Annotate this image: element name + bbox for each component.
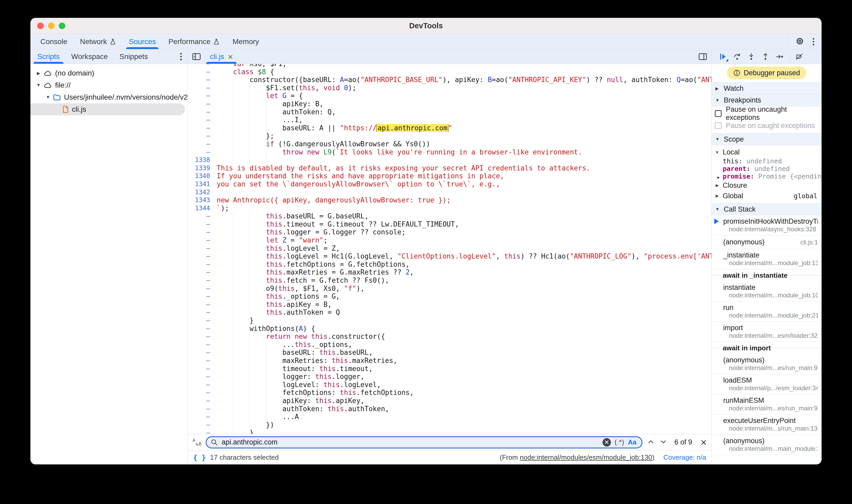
line-number[interactable]: – bbox=[188, 429, 214, 434]
navigator-tab-scripts[interactable]: Scripts bbox=[32, 49, 66, 64]
toggle-debugger-sidebar-icon[interactable] bbox=[698, 53, 707, 60]
step-into-icon[interactable] bbox=[744, 49, 758, 64]
code-line[interactable]: –baseURL: A || "https://api.anthropic.co… bbox=[188, 124, 711, 132]
code-line[interactable]: –return new this.constructor({ bbox=[188, 332, 711, 341]
line-number[interactable]: – bbox=[188, 124, 214, 132]
search-previous-icon[interactable] bbox=[646, 438, 655, 447]
code-line[interactable]: –authToken: Q, bbox=[188, 108, 711, 116]
code-line[interactable]: 1339This is disabled by default, as it r… bbox=[188, 164, 711, 172]
code-line[interactable]: –let Z = "warn"; bbox=[188, 236, 711, 245]
code-line[interactable]: 1342 bbox=[188, 188, 711, 196]
code-line[interactable]: –constructor({baseURL: A=ao("ANTHROPIC_B… bbox=[188, 76, 711, 84]
callstack-frame[interactable]: instantiatenode:internal/m...module_job:… bbox=[712, 281, 821, 302]
line-number[interactable]: – bbox=[188, 301, 214, 309]
code-line[interactable]: –fetchOptions: this.fetchOptions, bbox=[188, 389, 711, 397]
line-number[interactable]: – bbox=[188, 317, 214, 325]
code-line[interactable]: 1343new Anthropic({ apiKey, dangerouslyA… bbox=[188, 196, 711, 204]
code-line[interactable]: –if (!G.dangerouslyAllowBrowser && Ys0()… bbox=[188, 140, 711, 148]
chevron-right-icon[interactable]: ▶ bbox=[35, 71, 42, 76]
scope-local[interactable]: ▼Local bbox=[712, 147, 821, 157]
tab-sources[interactable]: Sources bbox=[123, 34, 162, 49]
close-tab-icon[interactable]: × bbox=[228, 52, 233, 61]
line-number[interactable]: – bbox=[188, 260, 214, 269]
line-number[interactable]: 1339 bbox=[188, 164, 214, 172]
navigator-tab-workspace[interactable]: Workspace bbox=[66, 49, 114, 64]
line-number[interactable]: – bbox=[188, 100, 214, 108]
search-query[interactable]: api.anthropic.com bbox=[221, 438, 599, 446]
close-search-icon[interactable]: × bbox=[700, 437, 707, 448]
callstack-frame[interactable]: (anonymous)node:internal/m...main_module… bbox=[712, 435, 821, 455]
code-line[interactable]: –logger: this.logger, bbox=[188, 373, 711, 381]
line-number[interactable]: – bbox=[188, 132, 214, 140]
code-line[interactable]: –maxRetries: this.maxRetries, bbox=[188, 357, 711, 365]
code-line[interactable]: –this.timeout = G.timeout ?? Lw.DEFAULT_… bbox=[188, 220, 711, 229]
code-line[interactable]: –...this._options, bbox=[188, 341, 711, 349]
code-line[interactable]: 1340If you understand the risks and have… bbox=[188, 172, 711, 180]
checkbox-icon[interactable] bbox=[715, 122, 722, 129]
line-number[interactable]: – bbox=[188, 116, 214, 124]
collapse-navigator-icon[interactable] bbox=[192, 53, 201, 60]
editor-tab-clijs[interactable]: cli.js × bbox=[205, 49, 238, 64]
line-number[interactable]: 1338 bbox=[188, 156, 214, 164]
code-line[interactable]: –} bbox=[188, 317, 711, 325]
line-number[interactable]: – bbox=[188, 308, 214, 317]
code-line[interactable]: –this.maxRetries = G.maxRetries ?? 2, bbox=[188, 268, 711, 276]
regex-toggle[interactable]: (.*) bbox=[615, 438, 624, 446]
code-line[interactable]: –this.fetch = G.fetch ?? Fs0(), bbox=[188, 276, 711, 285]
settings-gear-icon[interactable] bbox=[795, 37, 804, 47]
code-line[interactable]: –this.authToken = Q bbox=[188, 308, 711, 317]
line-number[interactable]: 1340 bbox=[188, 172, 214, 180]
callstack-frame[interactable]: runMainESMnode:internal/m...es/run_main:… bbox=[712, 394, 821, 415]
line-number[interactable]: – bbox=[188, 108, 214, 116]
line-number[interactable]: – bbox=[188, 220, 214, 229]
line-number[interactable]: – bbox=[188, 405, 214, 413]
line-number[interactable]: – bbox=[188, 276, 214, 285]
code-editor[interactable]: –var Xs0, $F1;–class $8 {–constructor({b… bbox=[188, 64, 711, 434]
scope-entry-parent[interactable]: parent: undefined bbox=[712, 165, 821, 173]
tab-console[interactable]: Console bbox=[34, 34, 74, 49]
replace-toggle-icon[interactable]: A↳B bbox=[193, 439, 201, 446]
navigator-tab-snippets[interactable]: Snippets bbox=[113, 49, 154, 64]
callstack-frame[interactable]: importnode:internal/m...esm/loader:329 bbox=[712, 322, 821, 342]
scope-global[interactable]: ▶Global global bbox=[712, 191, 821, 201]
coverage-link[interactable]: Coverage: n/a bbox=[663, 453, 706, 462]
search-next-icon[interactable] bbox=[659, 438, 668, 447]
code-line[interactable]: –let G = { bbox=[188, 92, 711, 100]
code-line[interactable]: –var Xs0, $F1; bbox=[188, 64, 711, 68]
code-line[interactable]: –apiKey: B, bbox=[188, 100, 711, 108]
code-line[interactable]: –this.logger = G.logger ?? console; bbox=[188, 228, 711, 236]
code-line[interactable]: –withOptions(A) { bbox=[188, 325, 711, 333]
code-line[interactable]: –this.apiKey = B, bbox=[188, 301, 711, 309]
line-number[interactable]: – bbox=[188, 212, 214, 220]
callstack-frame[interactable]: _instantiatenode:internal/m...module_job… bbox=[712, 249, 821, 269]
scope-section-header[interactable]: ▼Scope bbox=[712, 133, 821, 145]
tree-item-users-jinhuilee-nvm-versions-node-v2-[interactable]: ▼Users/jinhuilee/.nvm/versions/node/v2..… bbox=[31, 91, 188, 103]
callstack-frame[interactable]: runnode:internal/m...module_job:214 bbox=[712, 302, 821, 322]
breakpoints-section-header[interactable]: ▼Breakpoints bbox=[712, 94, 821, 106]
scope-entry-this[interactable]: this: undefined bbox=[712, 157, 821, 165]
callstack-frame[interactable]: loadESMnode:internal/p.../esm_loader:34 bbox=[712, 374, 821, 394]
tab-network[interactable]: Network bbox=[74, 34, 123, 49]
tree-item--no-domain-[interactable]: ▶(no domain) bbox=[31, 67, 188, 79]
line-number[interactable]: – bbox=[188, 413, 214, 421]
line-number[interactable]: – bbox=[188, 341, 214, 349]
callstack-frame[interactable]: (anonymous)node:internal/m...es/run_main… bbox=[712, 354, 821, 374]
line-number[interactable]: – bbox=[188, 228, 214, 236]
line-number[interactable]: – bbox=[188, 140, 214, 148]
code-line[interactable]: –throw new L9(`It looks like you're runn… bbox=[188, 148, 711, 156]
line-number[interactable]: – bbox=[188, 268, 214, 276]
step-over-icon[interactable] bbox=[730, 49, 744, 64]
code-line[interactable]: 1341you can set the \`dangerouslyAllowBr… bbox=[188, 180, 711, 188]
code-line[interactable]: –this.baseURL = G.baseURL, bbox=[188, 212, 711, 220]
search-input[interactable]: api.anthropic.com ✕ (.*) Aa bbox=[206, 436, 642, 448]
line-number[interactable]: 1342 bbox=[188, 188, 214, 196]
line-number[interactable]: – bbox=[188, 357, 214, 365]
code-line[interactable]: –this._options = G, bbox=[188, 292, 711, 301]
match-case-toggle[interactable]: Aa bbox=[628, 438, 636, 446]
line-number[interactable]: – bbox=[188, 76, 214, 84]
code-line[interactable]: –}) bbox=[188, 421, 711, 429]
pretty-print-icon[interactable]: { } bbox=[193, 453, 206, 462]
callstack-frame[interactable]: (anonymous)cli.js:1 bbox=[712, 235, 821, 249]
navigator-kebab-icon[interactable] bbox=[179, 51, 183, 62]
more-options-kebab-icon[interactable] bbox=[811, 36, 816, 47]
